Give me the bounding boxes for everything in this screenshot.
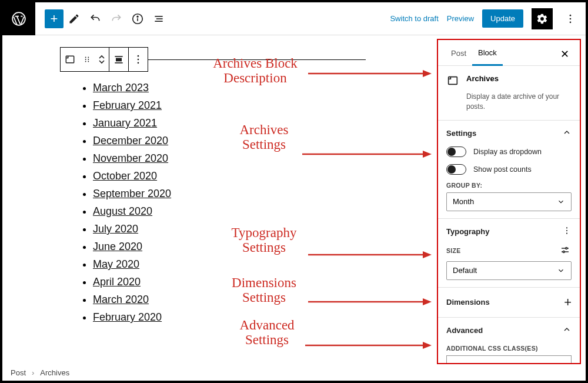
breadcrumb-leaf[interactable]: Archives [40,368,69,377]
advanced-section: Advanced Additional CSS class(es) [438,317,580,364]
svg-point-40 [563,251,564,252]
archive-link[interactable]: January 2021 [93,117,157,129]
redo-icon[interactable] [106,8,127,29]
css-classes-label: Additional CSS class(es) [446,345,572,352]
archive-item: September 2020 [93,185,423,202]
svg-point-22 [138,62,139,64]
archive-item: December 2020 [93,132,423,149]
archive-item: April 2020 [93,273,423,291]
archive-link[interactable]: March 2020 [93,294,149,305]
archive-link[interactable]: May 2020 [93,258,139,270]
svg-point-8 [570,18,572,19]
archive-link[interactable]: September 2020 [93,188,171,199]
group-by-select[interactable]: Month [446,192,572,211]
size-label: Size [446,247,461,254]
chevron-up-icon [562,128,572,139]
toggle-show-counts[interactable] [446,164,466,175]
svg-point-13 [85,59,86,60]
svg-point-3 [137,16,138,17]
archive-item: January 2021 [93,114,423,132]
settings-button[interactable] [532,8,553,29]
edit-tool-icon[interactable] [64,8,85,29]
breadcrumb: Post › Archives [11,368,69,377]
svg-rect-10 [66,56,74,63]
typography-more-icon[interactable] [562,226,572,238]
undo-icon[interactable] [85,8,106,29]
close-sidebar-icon[interactable]: ✕ [557,44,573,64]
svg-point-16 [88,61,89,62]
drag-handle-icon[interactable] [79,48,95,71]
archive-link[interactable]: April 2020 [93,276,141,288]
svg-point-14 [88,59,89,60]
wordpress-logo[interactable] [2,2,35,35]
size-custom-icon[interactable] [560,245,572,257]
editor-canvas: March 2023February 2021January 2021Decem… [2,35,437,371]
chevron-down-icon [557,267,565,275]
svg-rect-33 [449,77,457,85]
sidebar-tabs: Post Block ✕ [438,40,580,66]
svg-point-38 [566,247,567,249]
svg-marker-26 [423,151,432,158]
archives-icon [446,74,460,88]
css-classes-input[interactable] [446,355,572,364]
archive-item: June 2020 [93,238,423,255]
dimensions-section-header[interactable]: Dimensions + [446,295,572,310]
archive-item: February 2020 [93,308,423,326]
tab-post[interactable]: Post [445,43,472,65]
archive-link[interactable]: December 2020 [93,135,168,146]
archive-link[interactable]: July 2020 [93,223,138,235]
add-block-button[interactable]: + [45,9,64,28]
settings-sidebar: Post Block ✕ Archives Display a date arc… [437,39,581,364]
svg-point-20 [138,55,139,57]
archive-link[interactable]: November 2020 [93,152,168,164]
block-info: Archives [438,66,580,92]
settings-section-header[interactable]: Settings [446,128,572,139]
chevron-up-icon [562,325,572,337]
block-type-icon[interactable] [61,48,79,71]
archive-item: July 2020 [93,220,423,238]
archive-item: October 2020 [93,167,423,185]
block-toolbar [60,47,148,72]
block-name: Archives [466,74,499,83]
block-more-icon[interactable] [129,48,148,71]
archives-list: March 2023February 2021January 2021Decem… [81,79,423,326]
archive-item: February 2021 [93,96,423,114]
settings-section: Settings Display as dropdown Show post c… [438,120,580,218]
archive-link[interactable]: June 2020 [93,241,142,252]
svg-marker-24 [423,70,432,77]
info-icon[interactable] [127,8,148,29]
archive-link[interactable]: March 2023 [93,82,149,94]
update-button[interactable]: Update [482,9,523,28]
archive-item: November 2020 [93,149,423,167]
typography-section-header[interactable]: Typography [446,226,572,238]
archive-link[interactable]: February 2020 [93,311,162,323]
svg-point-21 [138,59,139,61]
archive-link[interactable]: October 2020 [93,170,157,182]
plus-icon[interactable]: + [564,295,572,310]
preview-button[interactable]: Preview [447,14,474,23]
chevron-down-icon [557,198,565,206]
arrow-5 [305,339,432,351]
switch-to-draft-button[interactable]: Switch to draft [390,14,438,23]
archive-item: August 2020 [93,202,423,220]
toolbar-rule [148,59,366,60]
archive-link[interactable]: February 2021 [93,99,162,111]
block-description: Display a date archive of your posts. [438,92,580,120]
archive-item: May 2020 [93,255,423,273]
toggle-dropdown-label: Display as dropdown [473,148,542,156]
archive-link[interactable]: August 2020 [93,205,152,217]
archive-item: March 2020 [93,291,423,308]
toggle-display-dropdown[interactable] [446,146,466,157]
align-icon[interactable] [109,48,128,71]
outline-icon[interactable] [148,8,169,29]
breadcrumb-root[interactable]: Post [11,368,26,377]
size-select[interactable]: Default [446,261,572,280]
toggle-counts-label: Show post counts [473,165,532,174]
advanced-section-header[interactable]: Advanced [446,325,572,337]
tab-block[interactable]: Block [472,42,503,66]
more-menu-button[interactable] [561,8,580,29]
svg-point-35 [566,230,567,231]
move-arrows-icon[interactable] [95,48,109,71]
svg-point-15 [85,61,86,62]
archive-item: March 2023 [93,79,423,96]
